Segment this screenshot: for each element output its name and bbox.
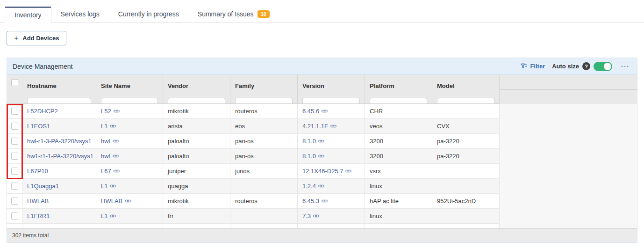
version-link[interactable]: 1.2.4 [302, 179, 324, 193]
filter-funnel-icon [520, 63, 527, 70]
table-row: L52DHCP2 L52 mikrotik routeros 6.45.6 CH… [7, 104, 637, 119]
table-row: hwl-r1-3-PA-3220/vsys1 hwl paloalto pan-… [7, 134, 637, 149]
row-checkbox[interactable] [11, 138, 18, 145]
model-cell [432, 179, 500, 194]
link-icon [345, 168, 351, 174]
family-cell [230, 179, 298, 194]
family-cell: routeros [230, 194, 298, 209]
hostname-link[interactable]: L67P10 [27, 164, 48, 178]
platform-cell: linux [365, 179, 432, 194]
table-footer: 302 items total [7, 228, 637, 242]
platform-cell: hAP ac lite [365, 194, 432, 209]
table-row: L1Quagga1 L1 quagga 1.2.4 linux [7, 179, 637, 194]
site-link[interactable]: hwl [101, 134, 119, 148]
column-header-model: Model [432, 75, 500, 104]
link-icon [322, 198, 328, 204]
tab-services-logs[interactable]: Services logs [51, 6, 109, 22]
row-checkbox[interactable] [11, 198, 18, 205]
tab-bar: Inventory Services logs Currently in pro… [0, 0, 644, 22]
add-devices-button[interactable]: + Add Devices [7, 31, 66, 45]
vendor-cell: mikrotik [163, 194, 230, 209]
issues-count-badge: 10 [258, 10, 270, 18]
link-icon [318, 153, 324, 159]
site-link[interactable]: hwl [101, 149, 119, 163]
site-link[interactable]: L1 [101, 119, 116, 133]
tab-summary-of-issues[interactable]: Summary of Issues 10 [188, 6, 279, 22]
hostname-link[interactable]: L52DHCP2 [27, 104, 58, 118]
site-link[interactable]: HWLAB [101, 194, 131, 208]
family-cell: eos [230, 119, 298, 134]
site-link[interactable]: L52 [101, 104, 120, 118]
platform-cell: linux [365, 209, 432, 224]
link-icon [110, 123, 116, 129]
partial-row [7, 224, 637, 228]
panel-header: Device Management Filter Auto size ? ··· [7, 58, 637, 75]
site-link[interactable]: L1 [101, 209, 116, 223]
tab-inventory[interactable]: Inventory [5, 7, 51, 22]
hostname-link[interactable]: HWLAB [27, 194, 49, 208]
version-link[interactable]: 7.3 [302, 209, 319, 223]
column-header-site: Site Name [96, 75, 163, 104]
table-row: HWLAB HWLAB mikrotik routeros 6.45.3 hAP… [7, 194, 637, 209]
vendor-cell: quagga [163, 179, 230, 194]
version-link[interactable]: 6.45.6 [302, 104, 328, 118]
panel-controls: Filter Auto size ? ··· [520, 62, 631, 71]
hostname-link[interactable]: hw1-r1-1-PA-3220/vsys1 [27, 149, 93, 163]
row-checkbox[interactable] [11, 108, 18, 115]
table-header-row: Hostname Site Name Vendor Family Version… [7, 75, 637, 104]
version-link[interactable]: 12.1X46-D25.7 [302, 164, 351, 178]
filter-button[interactable]: Filter [520, 63, 545, 70]
row-checkbox[interactable] [11, 168, 18, 175]
link-icon [330, 123, 336, 129]
link-icon [313, 213, 319, 219]
link-icon [322, 108, 328, 114]
vendor-cell: mikrotik [163, 104, 230, 119]
vendor-cell: paloalto [163, 134, 230, 149]
platform-cell: veos [365, 119, 432, 134]
platform-cell: 3200 [365, 134, 432, 149]
link-icon [113, 138, 119, 144]
column-header-platform: Platform [365, 75, 432, 104]
vendor-cell: juniper [163, 164, 230, 179]
family-cell: routeros [230, 104, 298, 119]
autosize-toggle[interactable] [594, 62, 612, 71]
vendor-cell: paloalto [163, 149, 230, 164]
hostname-link[interactable]: L1FRR1 [27, 209, 50, 223]
hostname-link[interactable]: L1EOS1 [27, 119, 50, 133]
hostname-link[interactable]: L1Quagga1 [27, 179, 59, 193]
select-all-checkbox[interactable] [11, 79, 18, 86]
link-icon [110, 213, 116, 219]
tab-currently-in-progress[interactable]: Currently in progress [109, 6, 188, 22]
model-cell [432, 104, 500, 119]
family-cell [230, 209, 298, 224]
help-icon[interactable]: ? [582, 62, 590, 70]
family-cell: junos [230, 164, 298, 179]
platform-cell: vsrx [365, 164, 432, 179]
version-link[interactable]: 6.45.3 [302, 194, 328, 208]
version-link[interactable]: 4.21.1.1F [302, 119, 336, 133]
version-link[interactable]: 8.1.0 [302, 149, 324, 163]
site-link[interactable]: L1 [101, 179, 116, 193]
column-header-version: Version [298, 75, 365, 104]
tab-currently-in-progress-label: Currently in progress [118, 7, 179, 22]
autosize-control: Auto size ? [552, 62, 612, 71]
vendor-cell: frr [163, 209, 230, 224]
link-icon [110, 183, 116, 189]
add-devices-label: Add Devices [22, 35, 59, 42]
link-icon [318, 138, 324, 144]
link-icon [114, 168, 120, 174]
row-checkbox[interactable] [11, 123, 18, 130]
hostname-link[interactable]: hwl-r1-3-PA-3220/vsys1 [27, 134, 92, 148]
row-checkbox[interactable] [11, 212, 18, 220]
row-checkbox[interactable] [11, 153, 18, 160]
row-checkbox[interactable] [11, 183, 18, 190]
items-total-label: 302 items total [12, 232, 49, 239]
select-all-cell [7, 75, 22, 104]
platform-cell: CHR [365, 104, 432, 119]
more-options-button[interactable]: ··· [619, 62, 631, 70]
link-icon [125, 198, 131, 204]
site-link[interactable]: L67 [101, 164, 120, 178]
tab-services-logs-label: Services logs [61, 7, 100, 22]
version-link[interactable]: 8.1.0 [302, 134, 324, 148]
table-row: L1EOS1 L1 arista eos 4.21.1.1F veos CVX [7, 119, 637, 134]
